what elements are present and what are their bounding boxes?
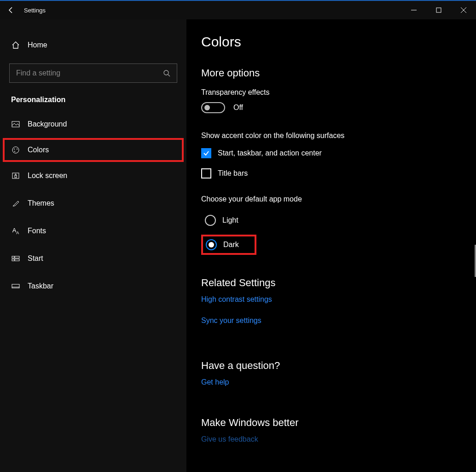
- svg-point-8: [14, 149, 15, 150]
- start-icon: [11, 254, 20, 263]
- toggle-knob: [204, 105, 210, 110]
- sidebar-item-colors[interactable]: Colors: [3, 138, 184, 162]
- nav-label: Taskbar: [28, 282, 53, 290]
- sidebar-item-fonts[interactable]: AA Fonts: [0, 217, 186, 245]
- transparency-state: Off: [233, 104, 243, 112]
- maximize-button[interactable]: [426, 1, 451, 19]
- checkbox-label: Start, taskbar, and action center: [218, 149, 322, 157]
- svg-rect-1: [436, 8, 441, 12]
- titlebar: Settings: [0, 1, 476, 19]
- sidebar-item-background[interactable]: Background: [0, 110, 186, 138]
- sidebar-item-lockscreen[interactable]: Lock screen: [0, 162, 186, 190]
- search-icon: [163, 69, 170, 77]
- radio-dark-highlight: Dark: [201, 235, 256, 255]
- svg-point-10: [14, 151, 15, 152]
- question-heading: Have a question?: [201, 360, 458, 372]
- sidebar-home-label: Home: [28, 41, 47, 49]
- sidebar-category: Personalization: [0, 92, 186, 110]
- sidebar: Home Personalization Background Colors L…: [0, 19, 186, 472]
- transparency-toggle[interactable]: [201, 102, 225, 113]
- related-settings-heading: Related Settings: [201, 277, 458, 289]
- svg-rect-14: [15, 256, 19, 258]
- window-title: Settings: [24, 7, 46, 14]
- more-options-heading: More options: [201, 67, 458, 79]
- search-input[interactable]: [16, 69, 163, 77]
- brush-icon: [11, 199, 20, 207]
- sidebar-home[interactable]: Home: [0, 32, 186, 58]
- svg-rect-12: [15, 175, 17, 178]
- link-feedback[interactable]: Give us feedback: [201, 435, 258, 443]
- nav-label: Fonts: [28, 227, 46, 235]
- palette-icon: [11, 146, 20, 154]
- window-controls: [401, 1, 476, 19]
- checkbox-icon: [201, 148, 211, 158]
- sidebar-item-taskbar[interactable]: Taskbar: [0, 272, 186, 300]
- app-mode-label: Choose your default app mode: [201, 195, 458, 203]
- checkbox-icon: [201, 168, 211, 178]
- nav-label: Colors: [28, 146, 49, 154]
- checkbox-label: Title bars: [218, 169, 248, 178]
- close-button[interactable]: [451, 1, 476, 19]
- back-arrow-icon: [7, 6, 15, 14]
- minimize-icon: [411, 7, 417, 13]
- back-button[interactable]: [0, 1, 22, 19]
- nav-label: Themes: [28, 199, 54, 207]
- radio-label: Light: [222, 216, 238, 224]
- close-icon: [461, 7, 466, 13]
- sidebar-item-start[interactable]: Start: [0, 245, 186, 272]
- content-area: Colors More options Transparency effects…: [186, 19, 476, 472]
- link-high-contrast[interactable]: High contrast settings: [201, 295, 272, 304]
- nav-label: Start: [28, 254, 43, 263]
- link-get-help[interactable]: Get help: [201, 378, 229, 386]
- radio-icon: [206, 239, 217, 250]
- nav-label: Lock screen: [28, 172, 67, 180]
- maximize-icon: [436, 7, 441, 13]
- make-better-heading: Make Windows better: [201, 417, 458, 429]
- accent-surfaces-label: Show accent color on the following surfa…: [201, 132, 458, 140]
- svg-point-4: [164, 70, 168, 75]
- nav-label: Background: [28, 120, 67, 128]
- home-icon: [11, 41, 20, 49]
- svg-rect-15: [12, 259, 14, 261]
- sidebar-item-themes[interactable]: Themes: [0, 190, 186, 217]
- svg-point-7: [12, 147, 19, 153]
- transparency-label: Transparency effects: [201, 88, 458, 97]
- svg-rect-16: [15, 259, 19, 261]
- radio-label: Dark: [223, 241, 239, 249]
- search-input-container[interactable]: [9, 63, 177, 83]
- svg-point-9: [17, 149, 17, 150]
- minimize-button[interactable]: [401, 1, 426, 19]
- lock-icon: [11, 172, 20, 180]
- link-sync-settings[interactable]: Sync your settings: [201, 317, 261, 325]
- checkbox-start-taskbar[interactable]: Start, taskbar, and action center: [201, 148, 458, 158]
- svg-rect-13: [12, 256, 14, 258]
- font-icon: AA: [11, 227, 20, 235]
- image-icon: [11, 120, 20, 128]
- radio-icon: [205, 215, 216, 226]
- svg-rect-17: [12, 284, 19, 288]
- taskbar-icon: [11, 282, 20, 290]
- radio-light[interactable]: Light: [201, 212, 458, 229]
- svg-line-5: [168, 75, 170, 76]
- radio-dark[interactable]: Dark: [206, 239, 239, 250]
- page-title: Colors: [201, 34, 458, 50]
- checkbox-titlebars[interactable]: Title bars: [201, 168, 458, 178]
